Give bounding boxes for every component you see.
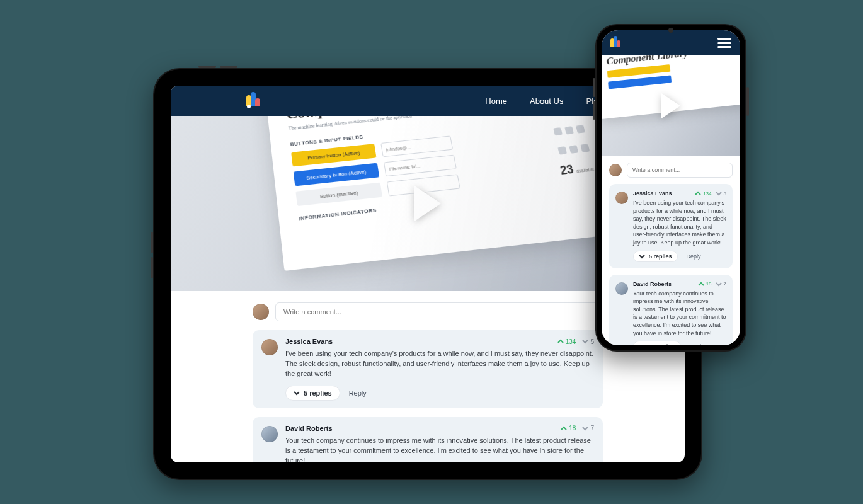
tablet-top-button bbox=[198, 66, 216, 68]
chevron-down-icon bbox=[639, 253, 645, 260]
phone-side-button bbox=[746, 87, 749, 116]
doc-stat-label: available bbox=[576, 167, 595, 173]
comment-text: I've been using your tech company's prod… bbox=[633, 199, 726, 247]
downvote-count: 7 bbox=[724, 281, 726, 287]
chevron-down-icon bbox=[639, 343, 645, 345]
downvote-button[interactable]: 5 bbox=[716, 190, 726, 197]
phone-device-frame: 04 Component Library 23 Jessica Evans bbox=[595, 24, 746, 352]
doc-input bbox=[387, 174, 460, 196]
comment-author: Jessica Evans bbox=[285, 338, 333, 345]
comment-card: David Roberts 18 7 Your tec bbox=[253, 417, 603, 462]
phone-screen: 04 Component Library 23 Jessica Evans bbox=[602, 30, 740, 345]
upvote-button[interactable]: 134 bbox=[695, 190, 711, 197]
avatar bbox=[261, 339, 278, 355]
brand-logo[interactable] bbox=[610, 36, 622, 50]
replies-toggle[interactable]: 5 replies bbox=[633, 251, 678, 262]
reply-button[interactable]: Reply bbox=[687, 253, 701, 260]
play-icon[interactable] bbox=[661, 93, 680, 118]
downvote-count: 7 bbox=[590, 425, 594, 432]
doc-bar bbox=[608, 75, 672, 89]
nav-about[interactable]: About Us bbox=[530, 96, 563, 106]
site-header-mobile bbox=[602, 30, 740, 55]
comment-text: Your tech company continues to impress m… bbox=[633, 290, 726, 338]
comment-card: Jessica Evans 134 5 I've be bbox=[609, 184, 733, 268]
doc-tertiary-button: Button (Inactive) bbox=[295, 183, 382, 207]
compose-row bbox=[253, 302, 603, 321]
chevron-down-icon bbox=[582, 338, 588, 345]
brand-logo[interactable] bbox=[246, 92, 260, 110]
chevron-down-icon bbox=[294, 390, 300, 396]
doc-title: Component Library bbox=[606, 55, 740, 67]
comment-author: David Roberts bbox=[285, 425, 333, 432]
comment-author: Jessica Evans bbox=[633, 190, 672, 197]
comment-input[interactable] bbox=[627, 163, 733, 178]
phone-side-button bbox=[593, 101, 595, 120]
upvote-count: 18 bbox=[706, 281, 712, 287]
chevron-up-icon bbox=[561, 425, 567, 432]
replies-label: 73 replies bbox=[649, 343, 675, 345]
comment-input[interactable] bbox=[275, 302, 603, 321]
chevron-down-icon bbox=[582, 425, 588, 432]
comment-card: Jessica Evans 134 5 I've be bbox=[253, 330, 603, 408]
comments-section: Jessica Evans 134 5 I've be bbox=[602, 156, 740, 345]
doc-primary-button: Primary button (Active) bbox=[291, 144, 376, 166]
chevron-down-icon bbox=[716, 281, 722, 287]
play-icon[interactable] bbox=[414, 186, 441, 221]
downvote-count: 5 bbox=[590, 338, 594, 345]
doc-section-buttons: BUTTONS & INPUT FIELDS bbox=[290, 116, 581, 147]
upvote-button[interactable]: 18 bbox=[698, 281, 712, 287]
doc-secondary-button: Secondary button (Active) bbox=[294, 163, 380, 186]
avatar bbox=[615, 282, 628, 295]
replies-label: 5 replies bbox=[304, 389, 332, 397]
reply-button[interactable]: Reply bbox=[349, 389, 367, 397]
chevron-up-icon bbox=[698, 281, 704, 287]
hero-video: 04 Component Library 23 bbox=[602, 55, 740, 156]
hero-document-mock: 04 Component Library The machine learnin… bbox=[265, 116, 630, 271]
upvote-button[interactable]: 18 bbox=[561, 425, 576, 432]
downvote-button[interactable]: 7 bbox=[716, 281, 726, 287]
replies-toggle[interactable]: 5 replies bbox=[285, 386, 340, 401]
downvote-count: 5 bbox=[724, 191, 726, 197]
doc-stat-value: 23 bbox=[559, 163, 574, 177]
upvote-count: 18 bbox=[569, 425, 576, 432]
phone-side-button bbox=[593, 78, 595, 97]
upvote-button[interactable]: 134 bbox=[557, 338, 576, 345]
replies-label: 5 replies bbox=[649, 253, 672, 260]
avatar bbox=[253, 304, 269, 320]
comment-text: I've been using your tech company's prod… bbox=[285, 349, 594, 379]
phone-camera bbox=[668, 28, 673, 33]
tablet-top-button bbox=[220, 66, 237, 68]
avatar bbox=[261, 426, 278, 442]
chevron-up-icon bbox=[557, 338, 564, 345]
comment-card: David Roberts 18 7 Your tec bbox=[609, 275, 733, 345]
chevron-up-icon bbox=[695, 190, 701, 197]
compose-row bbox=[609, 163, 733, 178]
avatar bbox=[609, 164, 622, 176]
upvote-count: 134 bbox=[703, 191, 711, 197]
replies-toggle[interactable]: 73 replies bbox=[633, 341, 681, 345]
downvote-button[interactable]: 7 bbox=[582, 425, 594, 432]
tablet-side-button bbox=[151, 257, 153, 278]
comment-author: David Roberts bbox=[633, 281, 672, 287]
upvote-count: 134 bbox=[566, 338, 576, 345]
downvote-button[interactable]: 5 bbox=[582, 338, 594, 345]
comment-text: Your tech company continues to impress m… bbox=[285, 436, 594, 462]
tablet-side-button bbox=[151, 232, 153, 253]
doc-title: Component Library bbox=[285, 116, 576, 123]
doc-subtitle: The machine learning driven solutions co… bbox=[288, 116, 578, 132]
chevron-down-icon bbox=[716, 190, 722, 197]
doc-input: johndoe@... bbox=[380, 135, 453, 157]
doc-section-info: INFORMATION INDICATORS bbox=[299, 183, 599, 222]
avatar bbox=[615, 192, 628, 204]
doc-input: File name: fol... bbox=[384, 155, 457, 176]
hamburger-menu-icon[interactable] bbox=[717, 38, 731, 48]
reply-button[interactable]: Reply bbox=[690, 343, 704, 345]
nav-home[interactable]: Home bbox=[485, 96, 507, 106]
